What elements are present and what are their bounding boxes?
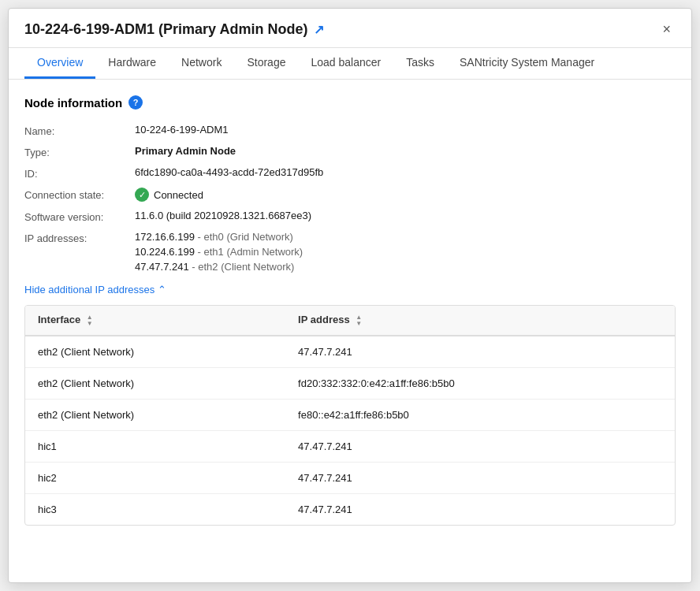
- cell-interface-4: hic2: [25, 462, 285, 493]
- cell-ip-0: 47.47.7.241: [285, 336, 675, 368]
- cell-interface-2: eth2 (Client Network): [25, 399, 285, 430]
- software-label: Software version:: [24, 210, 135, 223]
- table-row: eth2 (Client Network)47.47.7.241: [25, 336, 675, 368]
- id-value: 6fdc1890-ca0a-4493-acdd-72ed317d95fb: [135, 166, 676, 180]
- table-row: hic347.47.7.241: [25, 493, 675, 525]
- table-body: eth2 (Client Network)47.47.7.241eth2 (Cl…: [25, 336, 675, 525]
- external-link-icon[interactable]: ↗: [314, 22, 324, 37]
- cell-interface-3: hic1: [25, 430, 285, 462]
- tab-tasks[interactable]: Tasks: [393, 48, 447, 79]
- help-icon[interactable]: ?: [128, 95, 143, 110]
- title-text: 10-224-6-199-ADM1 (Primary Admin Node): [24, 21, 307, 38]
- ip-table-wrapper[interactable]: Interface ▲ ▼ IP address ▲ ▼: [24, 305, 676, 526]
- tab-network[interactable]: Network: [169, 48, 234, 79]
- table-row: hic247.47.7.241: [25, 462, 675, 493]
- ip-address-0: 172.16.6.199: [135, 231, 195, 243]
- section-title-text: Node information: [24, 96, 122, 110]
- cell-ip-5: 47.47.7.241: [285, 493, 675, 525]
- modal-container: 10-224-6-199-ADM1 (Primary Admin Node) ↗…: [8, 8, 692, 583]
- tab-storage[interactable]: Storage: [234, 48, 298, 79]
- table-row: eth2 (Client Network)fd20:332:332:0:e42:…: [25, 367, 675, 399]
- modal-header: 10-224-6-199-ADM1 (Primary Admin Node) ↗…: [9, 9, 691, 48]
- col-interface-label: Interface: [38, 314, 80, 325]
- cell-ip-2: fe80::e42:a1ff:fe86:b5b0: [285, 399, 675, 430]
- modal-title: 10-224-6-199-ADM1 (Primary Admin Node) ↗: [24, 21, 324, 38]
- cell-ip-4: 47.47.7.241: [285, 462, 675, 493]
- connection-state: ✓ Connected: [135, 188, 676, 202]
- tab-hardware[interactable]: Hardware: [95, 48, 169, 79]
- close-button[interactable]: ×: [657, 20, 676, 39]
- ip-label-1: - eth1 (Admin Network): [198, 246, 303, 258]
- type-value: Primary Admin Node: [135, 145, 676, 158]
- tab-load-balancer[interactable]: Load balancer: [298, 48, 393, 79]
- name-value: 10-224-6-199-ADM1: [135, 124, 676, 137]
- content-area: Node information ? Name: 10-224-6-199-AD…: [9, 80, 691, 541]
- cell-interface-5: hic3: [25, 493, 285, 525]
- connection-value: ✓ Connected: [135, 188, 676, 202]
- ip-table: Interface ▲ ▼ IP address ▲ ▼: [25, 306, 675, 525]
- name-label: Name:: [24, 124, 135, 137]
- cell-interface-1: eth2 (Client Network): [25, 367, 285, 399]
- ip-label-0: - eth0 (Grid Network): [198, 231, 293, 243]
- cell-ip-3: 47.47.7.241: [285, 430, 675, 462]
- connection-label: Connection state:: [24, 188, 135, 202]
- ip-label-2: - eth2 (Client Network): [192, 261, 294, 273]
- col-ip[interactable]: IP address ▲ ▼: [285, 306, 675, 336]
- hide-ip-link[interactable]: Hide additional IP addresses ⌃: [24, 284, 676, 296]
- id-label: ID:: [24, 166, 135, 180]
- chevron-up-icon: ⌃: [158, 284, 166, 296]
- hide-ip-text: Hide additional IP addresses: [24, 284, 155, 296]
- connected-icon: ✓: [135, 188, 149, 202]
- ip-entry-2: 47.47.7.241 - eth2 (Client Network): [135, 261, 676, 273]
- ip-sort-icon[interactable]: ▲ ▼: [356, 314, 362, 327]
- table-row: eth2 (Client Network)fe80::e42:a1ff:fe86…: [25, 399, 675, 430]
- tab-bar: Overview Hardware Network Storage Load b…: [9, 48, 691, 80]
- connection-text: Connected: [154, 189, 203, 201]
- table-row: hic147.47.7.241: [25, 430, 675, 462]
- cell-interface-0: eth2 (Client Network): [25, 336, 285, 368]
- ip-entry-1: 10.224.6.199 - eth1 (Admin Network): [135, 246, 676, 258]
- interface-sort-icon[interactable]: ▲ ▼: [87, 314, 93, 327]
- section-title: Node information ?: [24, 95, 676, 110]
- software-value: 11.6.0 (build 20210928.1321.6687ee3): [135, 210, 676, 223]
- col-interface[interactable]: Interface ▲ ▼: [25, 306, 285, 336]
- ip-entry-0: 172.16.6.199 - eth0 (Grid Network): [135, 231, 676, 243]
- cell-ip-1: fd20:332:332:0:e42:a1ff:fe86:b5b0: [285, 367, 675, 399]
- info-grid: Name: 10-224-6-199-ADM1 Type: Primary Ad…: [24, 124, 676, 273]
- ip-list: 172.16.6.199 - eth0 (Grid Network) 10.22…: [135, 231, 676, 273]
- type-label: Type:: [24, 145, 135, 158]
- ip-label: IP addresses:: [24, 231, 135, 273]
- ip-values: 172.16.6.199 - eth0 (Grid Network) 10.22…: [135, 231, 676, 273]
- ip-address-2: 47.47.7.241: [135, 261, 189, 273]
- table-header-row: Interface ▲ ▼ IP address ▲ ▼: [25, 306, 675, 336]
- tab-overview[interactable]: Overview: [24, 48, 95, 79]
- col-ip-label: IP address: [298, 314, 350, 325]
- ip-address-1: 10.224.6.199: [135, 246, 195, 258]
- tab-santricity[interactable]: SANtricity System Manager: [447, 48, 607, 79]
